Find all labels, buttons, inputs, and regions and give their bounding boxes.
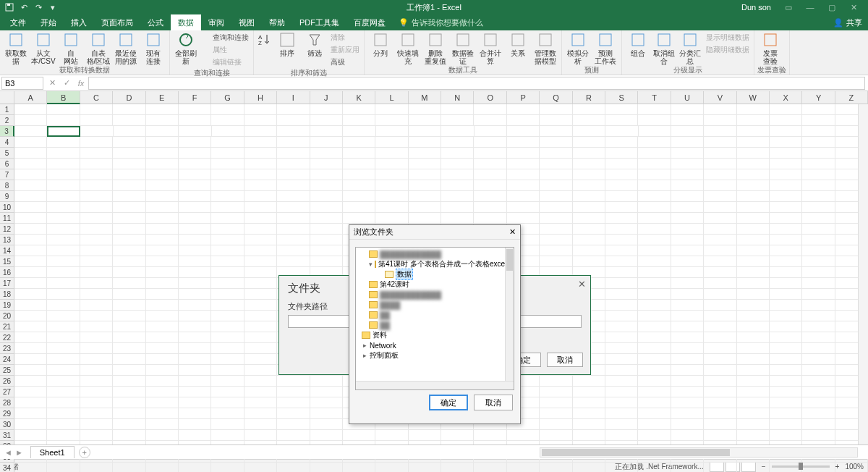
cell[interactable]: [211, 311, 244, 321]
cell[interactable]: [704, 191, 736, 202]
cell[interactable]: [770, 387, 802, 397]
cell[interactable]: [671, 430, 704, 441]
cell[interactable]: [671, 365, 704, 376]
cell[interactable]: [704, 300, 736, 311]
cell[interactable]: [573, 191, 605, 202]
cell[interactable]: [211, 224, 244, 235]
cell[interactable]: [179, 278, 211, 289]
row-header[interactable]: 16: [0, 267, 14, 278]
cell[interactable]: [80, 191, 113, 202]
cell[interactable]: [605, 224, 638, 235]
cell[interactable]: [277, 376, 310, 387]
cell[interactable]: [47, 267, 80, 278]
cell[interactable]: [277, 430, 310, 441]
row-header[interactable]: 14: [0, 245, 14, 256]
cell[interactable]: [14, 408, 47, 419]
cell[interactable]: [113, 311, 145, 321]
cell[interactable]: [179, 104, 211, 115]
undo-icon[interactable]: ↶: [19, 2, 29, 12]
cell[interactable]: [737, 137, 770, 148]
cell[interactable]: [573, 245, 605, 256]
cell[interactable]: [770, 245, 802, 256]
cell[interactable]: [80, 332, 113, 343]
cell[interactable]: [540, 256, 572, 267]
ribbon-button[interactable]: 自网站: [58, 32, 84, 65]
worksheet-grid[interactable]: ABCDEFGHIJKLMNOPQRSTUVWXYZ 1234567891011…: [0, 91, 868, 444]
cell[interactable]: [244, 430, 277, 441]
cell[interactable]: [802, 430, 835, 441]
cell[interactable]: [179, 332, 211, 343]
cell[interactable]: [14, 202, 47, 213]
cell[interactable]: [113, 365, 145, 376]
cell[interactable]: [573, 148, 605, 159]
cell[interactable]: [835, 463, 868, 472]
row-header[interactable]: 9: [0, 191, 14, 202]
cell[interactable]: [441, 159, 474, 169]
cell[interactable]: [605, 126, 638, 137]
cell[interactable]: [409, 213, 441, 224]
cell[interactable]: [146, 180, 179, 191]
cell[interactable]: [802, 137, 835, 148]
cell[interactable]: [310, 115, 343, 126]
row-header[interactable]: 29: [0, 408, 14, 419]
cell[interactable]: [770, 419, 802, 430]
cell[interactable]: [244, 311, 277, 321]
cell[interactable]: [80, 245, 113, 256]
ribbon-button[interactable]: 预测工作表: [592, 32, 618, 65]
zoom-slider[interactable]: [772, 465, 830, 468]
cell[interactable]: [605, 245, 638, 256]
cell[interactable]: [47, 321, 80, 332]
cell[interactable]: [638, 148, 671, 159]
cell[interactable]: [47, 180, 80, 191]
tab-home[interactable]: 开始: [33, 14, 64, 30]
cell[interactable]: [704, 289, 736, 300]
tree-item[interactable]: ▾第41课时 多个表格合并成一个表格excel表格: [356, 259, 514, 269]
cell[interactable]: [375, 213, 408, 224]
cell[interactable]: [244, 365, 277, 376]
tab-file[interactable]: 文件: [3, 14, 33, 30]
tab-formula[interactable]: 公式: [140, 14, 171, 30]
cell[interactable]: [244, 397, 277, 408]
cell[interactable]: [310, 148, 343, 159]
cell[interactable]: [277, 419, 310, 430]
cell[interactable]: [605, 202, 638, 213]
cell[interactable]: [277, 463, 310, 472]
cell[interactable]: [146, 126, 179, 137]
cell[interactable]: [540, 376, 572, 387]
cell[interactable]: [605, 213, 638, 224]
cell[interactable]: [704, 397, 736, 408]
cell[interactable]: [770, 159, 802, 169]
column-header[interactable]: L: [375, 91, 408, 104]
cell[interactable]: [605, 169, 638, 180]
cell[interactable]: [474, 159, 506, 169]
cell[interactable]: [179, 387, 211, 397]
tree-item[interactable]: ██: [356, 310, 514, 320]
qat-dropdown-icon[interactable]: ▾: [48, 2, 58, 12]
cell[interactable]: [737, 213, 770, 224]
cell[interactable]: [507, 159, 540, 169]
cell[interactable]: [802, 148, 835, 159]
cell[interactable]: [737, 159, 770, 169]
cell[interactable]: [802, 376, 835, 387]
cell[interactable]: [474, 169, 506, 180]
cell[interactable]: [343, 430, 375, 441]
cell[interactable]: [80, 376, 113, 387]
cell[interactable]: [211, 115, 244, 126]
tab-help[interactable]: 帮助: [262, 14, 292, 30]
cell[interactable]: [802, 224, 835, 235]
cell[interactable]: [605, 397, 638, 408]
row-header[interactable]: 13: [0, 235, 14, 245]
ribbon-button[interactable]: 删除重复值: [422, 32, 448, 65]
cell[interactable]: [638, 104, 671, 115]
user-name[interactable]: Dun son: [741, 3, 771, 12]
cell[interactable]: [409, 137, 441, 148]
cell[interactable]: [14, 376, 47, 387]
cell[interactable]: [375, 159, 408, 169]
cell[interactable]: [146, 169, 179, 180]
cell[interactable]: [113, 245, 145, 256]
cell[interactable]: [244, 202, 277, 213]
cell[interactable]: [310, 245, 343, 256]
column-header[interactable]: W: [737, 91, 770, 104]
cell[interactable]: [704, 148, 736, 159]
cell[interactable]: [211, 267, 244, 278]
